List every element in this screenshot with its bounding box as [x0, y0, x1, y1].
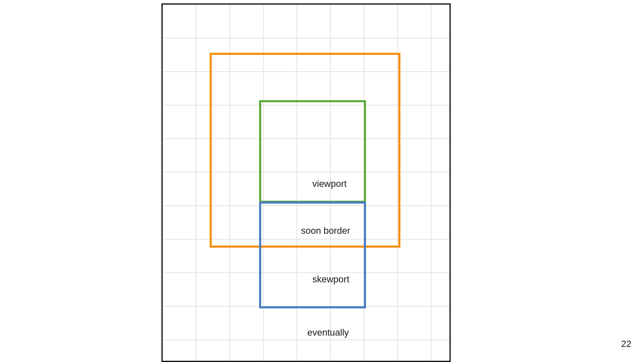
skewport-label: skewport [312, 274, 349, 285]
soon-border-label: soon border [301, 225, 350, 236]
page-number: 22 [621, 339, 631, 349]
blue-skewport-rectangle [259, 202, 366, 308]
eventually-label: eventually [307, 327, 349, 338]
page-container: viewport soon border skewport eventually… [0, 0, 644, 362]
viewport-label: viewport [312, 178, 347, 189]
slide-frame: viewport soon border skewport eventually [161, 3, 451, 362]
